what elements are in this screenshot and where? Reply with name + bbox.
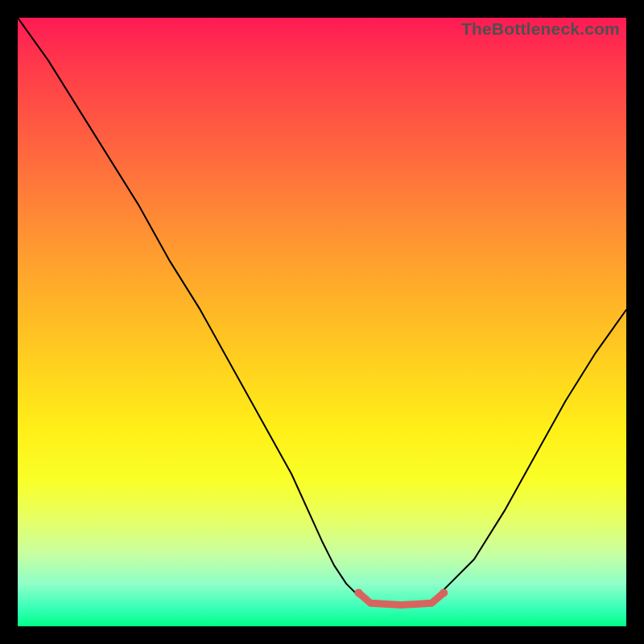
chart-frame: TheBottleneck.com [0,0,644,644]
optimal-range-segment [358,592,444,605]
optimal-range-dot-left [354,588,362,597]
optimal-range-dot-right [440,588,448,597]
curve-svg [18,18,626,626]
plot-area: TheBottleneck.com [18,18,626,626]
bottleneck-curve [18,18,626,605]
